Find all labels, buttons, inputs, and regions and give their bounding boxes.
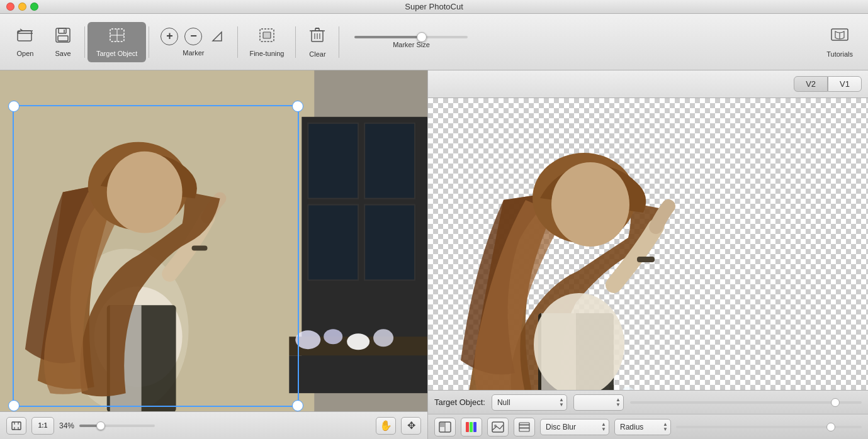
preview-canvas: [428, 98, 868, 390]
svg-point-31: [347, 333, 369, 350]
window-controls[interactable]: [6, 3, 38, 11]
svg-rect-10: [263, 32, 271, 38]
svg-point-50: [621, 385, 638, 390]
close-button[interactable]: [6, 3, 14, 11]
marker-icons: + −: [161, 28, 226, 45]
version-v2-button[interactable]: V2: [794, 76, 828, 92]
tutorials-button[interactable]: Tutorials: [818, 21, 862, 63]
sep-4: [295, 26, 296, 58]
sep-2: [149, 26, 149, 58]
svg-rect-55: [470, 422, 473, 432]
zoom-reset-button[interactable]: 1:1: [31, 417, 54, 435]
fit-view-button[interactable]: [6, 417, 26, 435]
right-panel: V2 V1: [428, 70, 868, 439]
svg-rect-3: [58, 36, 68, 41]
secondary-select-arrows: ▲▼: [616, 397, 621, 408]
title-bar: Super PhotoCut: [0, 0, 868, 14]
tutorials-label: Tutorials: [826, 50, 853, 58]
layers-button[interactable]: [514, 418, 535, 436]
svg-point-29: [295, 330, 320, 349]
display-mode-button[interactable]: [434, 418, 456, 436]
radius-select[interactable]: Radius ▲▼: [614, 419, 671, 435]
color-adjust-button[interactable]: [461, 418, 482, 436]
minimize-button[interactable]: [18, 3, 26, 11]
sep-5: [339, 26, 339, 58]
target-object-label: Target Object:: [434, 397, 485, 407]
finetuning-label: Fine-tuning: [249, 50, 284, 57]
svg-rect-24: [364, 123, 415, 199]
zoom-slider[interactable]: [79, 425, 155, 427]
svg-point-32: [373, 329, 393, 347]
svg-rect-54: [466, 422, 469, 432]
open-button[interactable]: Open: [6, 22, 44, 62]
svg-rect-45: [637, 257, 655, 262]
main-content: 1:1 34% ✋ ✥ V2 V1: [0, 70, 868, 439]
svg-rect-53: [440, 423, 444, 427]
effect-select-arrows: ▲▼: [601, 422, 606, 432]
handle-bottom-right[interactable]: [292, 400, 303, 411]
selection-box[interactable]: [13, 105, 299, 407]
sep-1: [84, 26, 85, 58]
target-object-button[interactable]: Target Object: [87, 22, 146, 62]
right-top-bar: V2 V1: [428, 70, 868, 98]
target-object-icon: [108, 27, 126, 46]
marker-add-button[interactable]: +: [161, 28, 178, 45]
svg-rect-25: [308, 205, 358, 281]
target-object-label: Target Object: [96, 50, 137, 57]
svg-point-42: [551, 162, 629, 247]
handle-top-right[interactable]: [292, 101, 303, 112]
radius-select-arrows: ▲▼: [663, 422, 668, 432]
right-controls-row1: Target Object: Null ▲▼ ▲▼: [428, 390, 868, 414]
finetuning-button[interactable]: Fine-tuning: [240, 22, 293, 62]
finetuning-icon: [258, 27, 276, 46]
right-controls-row2: Disc Blur ▲▼ Radius ▲▼: [428, 414, 868, 439]
open-label: Open: [17, 50, 34, 57]
marker-size-area: Marker Size: [354, 36, 468, 48]
select-arrows-icon: ▲▼: [559, 397, 564, 408]
maximize-button[interactable]: [30, 3, 38, 11]
save-icon: [55, 27, 71, 46]
canvas-area[interactable]: [0, 70, 427, 411]
marker-group: + − Marker: [152, 23, 235, 62]
target-object-select[interactable]: Null ▲▼: [492, 394, 567, 411]
handle-bottom-left[interactable]: [8, 400, 20, 411]
effect-select[interactable]: Disc Blur ▲▼: [540, 419, 609, 435]
effect-slider[interactable]: [676, 426, 862, 428]
window-title: Super PhotoCut: [405, 2, 463, 11]
version-v1-button[interactable]: V1: [828, 76, 862, 92]
image-adjust-button[interactable]: [487, 418, 509, 436]
save-label: Save: [55, 50, 70, 57]
svg-rect-26: [364, 205, 415, 281]
clear-label: Clear: [309, 50, 325, 58]
clear-icon: [309, 26, 325, 47]
target-slider[interactable]: [630, 401, 862, 404]
svg-marker-8: [213, 32, 222, 41]
move-tool-button[interactable]: ✥: [401, 417, 421, 435]
handle-top-left[interactable]: [8, 101, 20, 112]
marker-size-slider[interactable]: [354, 36, 468, 38]
svg-rect-61: [519, 423, 529, 425]
secondary-select[interactable]: ▲▼: [573, 394, 624, 411]
marker-size-slider-container: [354, 36, 468, 38]
svg-rect-40: [12, 422, 21, 430]
marker-label: Marker: [183, 49, 204, 57]
svg-rect-0: [18, 31, 31, 41]
marker-remove-button[interactable]: −: [184, 28, 202, 45]
left-panel: 1:1 34% ✋ ✥: [0, 70, 428, 439]
svg-rect-27: [289, 355, 427, 393]
zoom-percent: 34%: [59, 421, 74, 430]
clear-button[interactable]: Clear: [298, 21, 336, 63]
left-bottom-bar: 1:1 34% ✋ ✥: [0, 411, 427, 439]
open-icon: [16, 27, 34, 46]
preview-image: [428, 98, 868, 390]
svg-rect-56: [473, 422, 476, 432]
marker-erase-button[interactable]: [208, 28, 226, 45]
save-button[interactable]: Save: [44, 22, 82, 62]
svg-rect-2: [59, 28, 66, 33]
hand-tool-button[interactable]: ✋: [376, 417, 396, 435]
tutorials-icon: [830, 26, 849, 47]
svg-rect-23: [308, 123, 358, 199]
toolbar: Open Save Target Object +: [0, 14, 868, 70]
marker-size-label: Marker Size: [393, 41, 430, 48]
sep-3: [237, 26, 238, 58]
